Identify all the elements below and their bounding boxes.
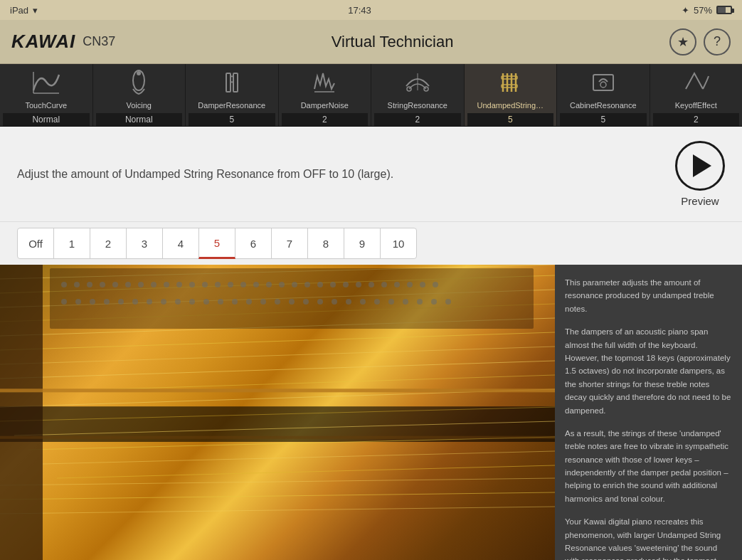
info-panel: This parameter adjusts the amount of res… [555, 265, 742, 560]
svg-rect-39 [0, 436, 555, 439]
tab-keyoffeffect-label: KeyoffEffect [653, 100, 740, 110]
selector-btn-7[interactable]: 7 [271, 228, 308, 259]
svg-point-94 [388, 299, 394, 305]
info-paragraph-3: As a result, the strings of these 'undam… [565, 427, 732, 505]
svg-point-53 [215, 282, 221, 287]
svg-point-83 [232, 299, 238, 305]
piano-area: This parameter adjusts the amount of res… [0, 265, 742, 560]
svg-point-58 [279, 282, 285, 287]
voicing-icon [123, 68, 154, 97]
svg-point-66 [381, 282, 387, 287]
brand-logo: KAWAI [11, 31, 75, 53]
info-paragraph-2: The dampers of an acoustic piano span al… [565, 325, 732, 417]
svg-point-60 [304, 282, 310, 287]
svg-point-95 [403, 299, 408, 305]
description-text: Adjust the amount of Undamped String Res… [17, 166, 658, 183]
svg-point-54 [228, 282, 233, 287]
tab-dampernoise[interactable]: DamperNoise 2 [279, 64, 372, 126]
cabinetresonance-icon [588, 68, 619, 97]
svg-point-97 [431, 299, 437, 305]
svg-point-48 [151, 282, 157, 287]
tab-cabinetresonance-label: CabinetResonance [560, 100, 647, 110]
tab-damperresonance[interactable]: DamperResonance 5 [186, 64, 279, 126]
svg-point-43 [87, 282, 92, 287]
svg-point-78 [161, 299, 166, 305]
tab-stringresonance-label: StringResonance [374, 100, 461, 110]
svg-line-36 [0, 507, 555, 514]
selector-btn-4[interactable]: 4 [162, 228, 199, 259]
selector-btn-6[interactable]: 6 [235, 228, 272, 259]
svg-line-34 [0, 478, 555, 485]
preview-label: Preview [681, 195, 719, 207]
selector-btn-3[interactable]: 3 [126, 228, 163, 259]
undampedstring-icon [494, 68, 526, 97]
bluetooth-icon: ✦ [682, 5, 689, 16]
piano-image [0, 265, 555, 560]
svg-point-50 [176, 282, 182, 287]
tab-voicing[interactable]: Voicing Normal [93, 64, 186, 126]
favorite-button[interactable]: ★ [669, 28, 696, 56]
tab-keyoffeffect[interactable]: KeyoffEffect 2 [650, 64, 743, 126]
selector-btn-8[interactable]: 8 [307, 228, 344, 259]
svg-point-90 [332, 299, 337, 305]
tab-cabinetresonance[interactable]: CabinetResonance 5 [557, 64, 650, 126]
svg-point-46 [125, 282, 131, 287]
selector-btn-9[interactable]: 9 [344, 228, 381, 259]
svg-point-63 [343, 282, 349, 287]
svg-line-32 [43, 451, 555, 464]
svg-line-24 [0, 332, 555, 350]
battery-label: 57% [694, 5, 712, 16]
svg-point-17 [600, 82, 606, 88]
svg-point-74 [104, 299, 110, 305]
wifi-icon: ▾ [33, 5, 38, 16]
svg-point-64 [356, 282, 361, 287]
tab-damperresonance-label: DamperResonance [189, 100, 275, 110]
preview-button[interactable]: Preview [675, 141, 725, 207]
status-time: 17:43 [348, 5, 371, 16]
damperresonance-icon [216, 68, 248, 97]
battery-icon [716, 6, 732, 14]
svg-point-72 [75, 299, 81, 305]
tab-voicing-value: Normal [96, 113, 183, 126]
app-title: Virtual Technician [332, 33, 454, 51]
svg-point-80 [189, 299, 195, 305]
description-row: Adjust the amount of Undamped String Res… [0, 127, 742, 222]
selector-btn-2[interactable]: 2 [90, 228, 127, 259]
tab-touchcurve[interactable]: TouchCurve Normal [0, 64, 93, 126]
help-button[interactable]: ? [704, 28, 731, 56]
selector-btn-5[interactable]: 5 [198, 228, 235, 259]
tab-undampedstring[interactable]: UndampedString… 5 [465, 64, 558, 126]
svg-point-87 [289, 299, 295, 305]
device-label: iPad [10, 5, 28, 16]
tab-voicing-label: Voicing [96, 100, 183, 110]
header-left: KAWAI CN37 [11, 31, 115, 53]
selector-btn-off[interactable]: Off [17, 228, 54, 259]
svg-rect-4 [226, 73, 230, 92]
svg-point-69 [420, 282, 425, 287]
svg-point-77 [147, 299, 152, 305]
svg-rect-40 [50, 268, 534, 329]
svg-point-96 [417, 299, 423, 305]
status-left: iPad ▾ [10, 5, 38, 16]
svg-point-86 [275, 299, 280, 305]
svg-point-89 [317, 299, 323, 305]
model-label: CN37 [83, 34, 115, 49]
svg-point-91 [346, 299, 351, 305]
selector-btn-10[interactable]: 10 [380, 228, 417, 259]
svg-rect-38 [0, 389, 555, 392]
svg-point-3 [137, 71, 141, 75]
tab-stringresonance[interactable]: StringResonance 2 [371, 64, 465, 126]
svg-point-79 [175, 299, 181, 305]
svg-line-33 [57, 465, 555, 478]
stringresonance-icon [402, 68, 433, 97]
svg-point-92 [360, 299, 366, 305]
svg-rect-14 [502, 76, 517, 79]
svg-point-73 [90, 299, 95, 305]
selector-btn-1[interactable]: 1 [53, 228, 90, 259]
tab-damperresonance-value: 5 [189, 113, 275, 126]
svg-point-52 [202, 282, 208, 287]
svg-point-62 [330, 282, 336, 287]
tab-keyoffeffect-value: 2 [653, 113, 740, 126]
tab-dampernoise-value: 2 [282, 113, 369, 126]
svg-point-67 [394, 282, 400, 287]
